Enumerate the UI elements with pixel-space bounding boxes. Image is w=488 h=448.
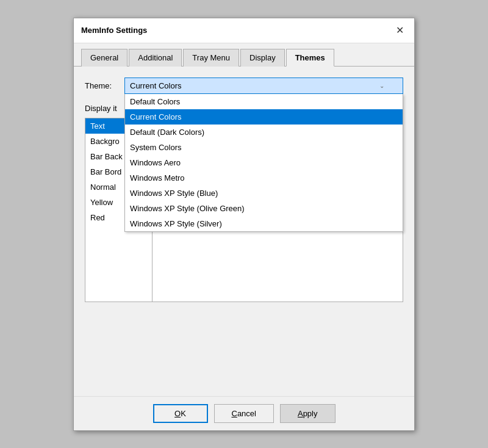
- dropdown-item-xp-blue[interactable]: Windows XP Style (Blue): [125, 186, 403, 201]
- apply-underline: A: [298, 409, 303, 418]
- title-bar: MemInfo Settings ✕: [74, 18, 414, 43]
- chevron-down-icon: ⌄: [379, 82, 384, 89]
- settings-dialog: MemInfo Settings ✕ General Additional Tr…: [73, 18, 415, 431]
- cancel-underline: C: [232, 409, 237, 418]
- theme-selected-text: Current Colors: [130, 81, 182, 90]
- theme-label: Theme:: [85, 81, 118, 90]
- dialog-title: MemInfo Settings: [81, 26, 147, 35]
- tab-general[interactable]: General: [81, 49, 127, 67]
- dropdown-item-system-colors[interactable]: System Colors: [125, 140, 403, 155]
- button-row: OK Cancel Apply: [74, 396, 414, 430]
- tab-content: Theme: Current Colors ⌄ Default Colors C…: [74, 67, 414, 396]
- ok-rest: K: [181, 409, 186, 418]
- tab-additional[interactable]: Additional: [129, 49, 182, 67]
- theme-dropdown-list: Default Colors Current Colors Default (D…: [124, 94, 403, 232]
- tab-display[interactable]: Display: [240, 49, 285, 67]
- theme-dropdown[interactable]: Current Colors ⌄: [124, 78, 403, 94]
- close-button[interactable]: ✕: [392, 23, 407, 38]
- cancel-button[interactable]: Cancel: [214, 404, 274, 423]
- theme-row: Theme: Current Colors ⌄ Default Colors C…: [85, 78, 403, 94]
- apply-rest: pply: [303, 409, 318, 418]
- dropdown-item-windows-aero[interactable]: Windows Aero: [125, 155, 403, 170]
- dropdown-item-windows-metro[interactable]: Windows Metro: [125, 170, 403, 186]
- dropdown-item-current-colors[interactable]: Current Colors: [125, 109, 403, 125]
- ok-underline: O: [174, 409, 181, 418]
- tab-bar: General Additional Tray Menu Display The…: [74, 43, 414, 67]
- dropdown-item-xp-olive[interactable]: Windows XP Style (Olive Green): [125, 201, 403, 216]
- ok-button[interactable]: OK: [153, 404, 208, 423]
- apply-button[interactable]: Apply: [280, 404, 336, 423]
- cancel-rest: ancel: [237, 409, 256, 418]
- dropdown-item-default-colors[interactable]: Default Colors: [125, 94, 403, 109]
- dropdown-item-dark-colors[interactable]: Default (Dark Colors): [125, 125, 403, 140]
- theme-dropdown-container: Current Colors ⌄ Default Colors Current …: [124, 78, 403, 94]
- tab-tray-menu[interactable]: Tray Menu: [183, 49, 239, 67]
- tab-themes[interactable]: Themes: [286, 49, 334, 67]
- dropdown-item-xp-silver[interactable]: Windows XP Style (Silver): [125, 216, 403, 231]
